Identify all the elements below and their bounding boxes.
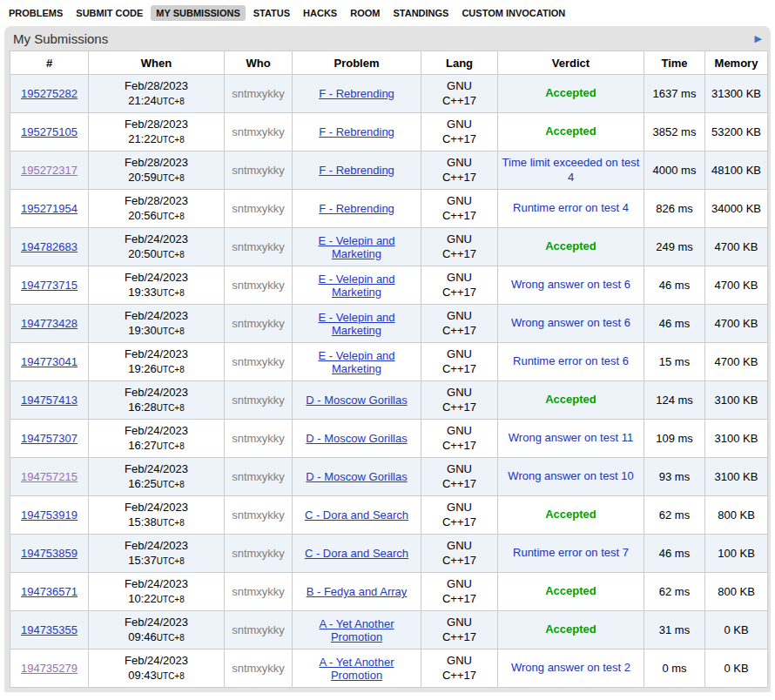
submission-memory: 0 KB xyxy=(705,650,768,688)
submission-author-link[interactable]: sntmxykky xyxy=(232,279,285,292)
submission-author-link[interactable]: sntmxykky xyxy=(232,240,285,253)
submission-date: Feb/24/2023 xyxy=(92,654,220,668)
submission-author-link[interactable]: sntmxykky xyxy=(232,662,285,675)
submission-author-link[interactable]: sntmxykky xyxy=(232,432,285,445)
nav-item-hacks[interactable]: HACKS xyxy=(298,5,342,21)
submission-clock: 19:33 xyxy=(128,286,157,299)
problem-link[interactable]: B - Fedya and Array xyxy=(307,585,408,598)
submission-author-link[interactable]: sntmxykky xyxy=(232,87,285,100)
submission-id-link[interactable]: 194773428 xyxy=(21,317,78,330)
verdict-text: Accepted xyxy=(545,584,596,597)
submission-id-link[interactable]: 195275105 xyxy=(21,125,78,138)
submission-id-link[interactable]: 195271954 xyxy=(21,202,78,215)
nav-item-problems[interactable]: PROBLEMS xyxy=(3,5,68,21)
expand-arrow-icon[interactable]: ▶ xyxy=(755,34,762,44)
submission-time: 31 ms xyxy=(644,611,705,650)
submission-author-link[interactable]: sntmxykky xyxy=(232,202,285,215)
submission-author-link[interactable]: sntmxykky xyxy=(232,623,285,636)
table-row: 195275282 Feb/28/202321:24UTC+8 sntmxykk… xyxy=(10,75,768,113)
submission-date: Feb/24/2023 xyxy=(92,577,220,591)
column-header-: # xyxy=(10,51,89,75)
submission-date: Feb/28/2023 xyxy=(92,79,220,93)
submission-time: 15 ms xyxy=(644,343,705,381)
table-row: 195271954 Feb/28/202320:56UTC+8 sntmxykk… xyxy=(10,190,768,228)
problem-link[interactable]: E - Velepin and Marketing xyxy=(318,273,394,299)
problem-link[interactable]: F - Rebrending xyxy=(319,87,394,100)
submission-id-link[interactable]: 194773715 xyxy=(21,279,78,292)
submission-date: Feb/24/2023 xyxy=(92,424,220,438)
submission-id-link[interactable]: 194735355 xyxy=(21,623,78,636)
submission-time: 0 ms xyxy=(644,650,705,688)
submission-lang: GNU C++17 xyxy=(421,535,498,573)
submission-id-link[interactable]: 194735279 xyxy=(21,662,78,675)
submission-id-link[interactable]: 194753919 xyxy=(21,508,78,522)
submission-clock: 20:59 xyxy=(128,171,157,184)
submission-when: Feb/24/202319:30UTC+8 xyxy=(89,305,225,343)
submission-id-link[interactable]: 195272317 xyxy=(21,164,78,177)
problem-link[interactable]: D - Moscow Gorillas xyxy=(306,394,407,407)
nav-item-standings[interactable]: STANDINGS xyxy=(388,5,454,21)
problem-link[interactable]: D - Moscow Gorillas xyxy=(306,432,407,445)
submission-when: Feb/24/202319:33UTC+8 xyxy=(89,266,225,305)
submission-id-link[interactable]: 194773041 xyxy=(21,355,78,368)
submissions-table: #WhenWhoProblemLangVerdictTimeMemory 195… xyxy=(10,50,768,688)
submission-id-link[interactable]: 194753859 xyxy=(21,547,78,560)
submission-when: Feb/28/202321:24UTC+8 xyxy=(89,75,225,113)
problem-link[interactable]: C - Dora and Search xyxy=(305,508,408,522)
submission-author-link[interactable]: sntmxykky xyxy=(232,125,285,138)
problem-link[interactable]: C - Dora and Search xyxy=(305,547,408,560)
submission-timezone: UTC+8 xyxy=(157,365,185,374)
submission-memory: 31300 KB xyxy=(705,75,768,113)
nav-item-status[interactable]: STATUS xyxy=(248,5,295,21)
submission-author-link[interactable]: sntmxykky xyxy=(232,585,285,598)
submission-date: Feb/24/2023 xyxy=(92,271,220,285)
submission-author-link[interactable]: sntmxykky xyxy=(232,317,285,330)
problem-link[interactable]: F - Rebrending xyxy=(319,125,394,138)
column-header-who: Who xyxy=(225,51,293,75)
problem-link[interactable]: A - Yet Another Promotion xyxy=(319,617,394,643)
submission-id-link[interactable]: 194782683 xyxy=(21,240,78,253)
submission-when: Feb/28/202320:56UTC+8 xyxy=(89,190,225,228)
submission-clock: 16:27 xyxy=(128,439,157,452)
problem-link[interactable]: E - Velepin and Marketing xyxy=(318,234,394,260)
submission-author-link[interactable]: sntmxykky xyxy=(232,547,285,560)
verdict-text: Time limit exceeded on test 4 xyxy=(502,156,640,184)
submission-author-link[interactable]: sntmxykky xyxy=(232,355,285,368)
submission-time: 93 ms xyxy=(644,458,705,496)
submission-lang: GNU C++17 xyxy=(421,650,498,688)
nav-item-submit-code[interactable]: SUBMIT CODE xyxy=(71,5,148,21)
submission-id-link[interactable]: 194757215 xyxy=(21,470,78,483)
submission-when: Feb/24/202316:28UTC+8 xyxy=(89,381,225,420)
nav-item-custom-invocation[interactable]: CUSTOM INVOCATION xyxy=(456,5,570,21)
submission-time: 62 ms xyxy=(644,496,705,535)
column-header-time: Time xyxy=(644,51,705,75)
problem-link[interactable]: F - Rebrending xyxy=(319,164,394,177)
problem-link[interactable]: E - Velepin and Marketing xyxy=(318,311,394,337)
submission-timezone: UTC+8 xyxy=(157,556,185,566)
submission-author-link[interactable]: sntmxykky xyxy=(232,508,285,522)
problem-link[interactable]: D - Moscow Gorillas xyxy=(306,470,407,483)
submission-author-link[interactable]: sntmxykky xyxy=(232,394,285,407)
submission-memory: 0 KB xyxy=(705,611,768,650)
submission-id-link[interactable]: 194757413 xyxy=(21,394,78,407)
submission-lang: GNU C++17 xyxy=(421,113,498,151)
table-row: 194773041 Feb/24/202319:26UTC+8 sntmxykk… xyxy=(10,343,768,381)
submission-author-link[interactable]: sntmxykky xyxy=(232,164,285,177)
submission-id-link[interactable]: 194757307 xyxy=(21,432,78,445)
submission-id-link[interactable]: 195275282 xyxy=(21,87,78,100)
submission-id-link[interactable]: 194736571 xyxy=(21,585,78,598)
submission-memory: 3100 KB xyxy=(705,458,768,496)
submission-date: Feb/24/2023 xyxy=(92,539,220,553)
submission-memory: 3100 KB xyxy=(705,420,768,458)
nav-item-my-submissions[interactable]: MY SUBMISSIONS xyxy=(151,5,245,21)
table-row: 194735279 Feb/24/202309:43UTC+8 sntmxykk… xyxy=(10,650,768,688)
problem-link[interactable]: A - Yet Another Promotion xyxy=(319,656,394,682)
problem-link[interactable]: F - Rebrending xyxy=(319,202,394,215)
verdict-text: Wrong answer on test 11 xyxy=(509,431,633,444)
submission-author-link[interactable]: sntmxykky xyxy=(232,470,285,483)
problem-link[interactable]: E - Velepin and Marketing xyxy=(318,349,394,375)
table-row: 194782683 Feb/24/202320:50UTC+8 sntmxykk… xyxy=(10,228,768,266)
submission-timezone: UTC+8 xyxy=(157,288,185,298)
submission-time: 46 ms xyxy=(644,266,705,305)
nav-item-room[interactable]: ROOM xyxy=(345,5,385,21)
